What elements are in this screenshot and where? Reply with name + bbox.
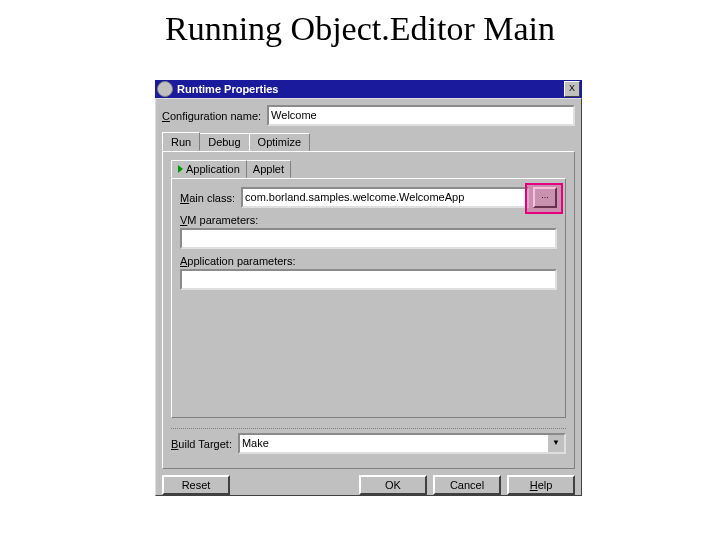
play-icon [178, 165, 183, 173]
vm-params-block: VM parameters: [180, 214, 557, 249]
dialog-client: Configuration name: Welcome Run Debug Op… [155, 98, 582, 496]
vm-params-input[interactable] [180, 228, 557, 249]
run-tab-panel: Application Applet Main class: com.borla… [162, 151, 575, 469]
slide-title: Running Object.Editor Main [0, 10, 720, 48]
titlebar[interactable]: Runtime Properties X [155, 80, 582, 98]
main-class-browse-button[interactable]: ... [533, 187, 557, 208]
config-name-row: Configuration name: Welcome [162, 105, 575, 126]
main-tabs: Run Debug Optimize [162, 132, 575, 151]
main-class-input[interactable]: com.borland.samples.welcome.WelcomeApp [241, 187, 529, 208]
build-target-row: Build Target: Make ▼ [171, 428, 566, 454]
build-target-value[interactable]: Make [238, 433, 548, 454]
tab-optimize[interactable]: Optimize [249, 133, 310, 152]
config-name-input[interactable]: Welcome [267, 105, 575, 126]
tab-applet[interactable]: Applet [246, 160, 291, 178]
config-name-label: Configuration name: [162, 110, 261, 122]
build-target-combo[interactable]: Make ▼ [238, 433, 566, 454]
ok-button[interactable]: OK [359, 475, 427, 495]
app-params-input[interactable] [180, 269, 557, 290]
close-button[interactable]: X [564, 81, 580, 97]
tab-debug[interactable]: Debug [199, 133, 249, 152]
system-icon [157, 81, 173, 97]
tab-run[interactable]: Run [162, 132, 200, 151]
cancel-button[interactable]: Cancel [433, 475, 501, 495]
inner-tabs: Application Applet [171, 160, 566, 178]
tab-application[interactable]: Application [171, 160, 247, 178]
tab-application-label: Application [186, 163, 240, 175]
reset-button[interactable]: Reset [162, 475, 230, 495]
help-button[interactable]: Help [507, 475, 575, 495]
chevron-down-icon[interactable]: ▼ [548, 433, 566, 454]
app-params-block: Application parameters: [180, 255, 557, 290]
dialog-buttons: Reset OK Cancel Help [162, 475, 575, 495]
window-title: Runtime Properties [177, 83, 564, 95]
runtime-properties-dialog: Runtime Properties X Configuration name:… [155, 80, 582, 496]
build-target-label: Build Target: [171, 438, 232, 450]
application-panel: Main class: com.borland.samples.welcome.… [171, 178, 566, 418]
vm-params-label: VM parameters: [180, 214, 551, 226]
main-class-row: Main class: com.borland.samples.welcome.… [180, 187, 557, 208]
main-class-label: Main class: [180, 192, 235, 204]
app-params-label: Application parameters: [180, 255, 551, 267]
